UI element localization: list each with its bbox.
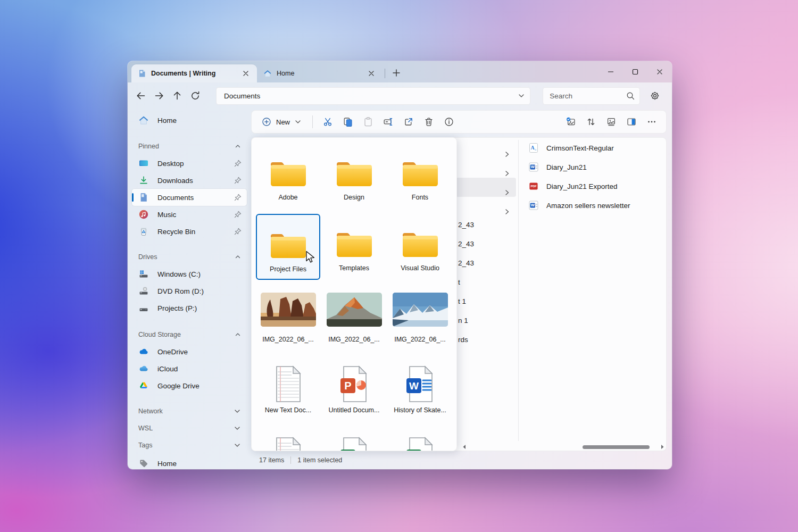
file-list-row[interactable]: 2_43 (458, 253, 517, 272)
window-controls (598, 61, 672, 82)
refresh-button[interactable] (186, 87, 204, 105)
sidebar-item-recycle-bin[interactable]: Recycle Bin (132, 223, 247, 240)
grid-item-templates[interactable]: Templates (322, 214, 386, 280)
back-button[interactable] (132, 87, 150, 105)
folder-list-row[interactable] (454, 178, 516, 197)
onedrive-icon (138, 346, 149, 357)
grid-item-clipped[interactable] (256, 427, 320, 451)
sidebar-item-documents[interactable]: Documents (132, 189, 247, 206)
sort-button[interactable] (581, 113, 601, 131)
sidebar-item-desktop[interactable]: Desktop (132, 155, 247, 172)
file-list-row[interactable]: 2_43 (458, 215, 517, 234)
copy-button[interactable] (338, 113, 358, 131)
main-area: New 2_432_432_43tt 1n 1rdsAaCrimsonText-… (251, 109, 672, 469)
up-button[interactable] (168, 87, 186, 105)
sidebar-item-onedrive[interactable]: OneDrive (132, 343, 247, 360)
address-bar[interactable]: Documents (216, 87, 530, 105)
tab-documents-writing[interactable]: Documents | Writing (131, 64, 257, 82)
tab-close-icon[interactable] (364, 66, 378, 80)
delete-button[interactable] (419, 113, 439, 131)
sidebar-section-pinned[interactable]: Pinned (132, 140, 247, 153)
grid-item-clipped[interactable]: X (322, 427, 386, 451)
sidebar-item-windows-c[interactable]: Windows (C:) (132, 265, 247, 282)
sidebar-section-cloud-storage[interactable]: Cloud Storage (132, 328, 247, 341)
chevron-right-icon[interactable] (503, 169, 511, 178)
sidebar-item-dvd-rom-d[interactable]: DVD Rom (D:) (132, 282, 247, 300)
grid-item-project-files[interactable]: Project Files (256, 214, 320, 280)
properties-button[interactable] (439, 113, 459, 131)
sidebar-item-downloads[interactable]: Downloads (132, 172, 247, 189)
grid-item-adobe[interactable]: Adobe (256, 143, 320, 209)
view-button[interactable] (601, 113, 621, 131)
forward-button[interactable] (150, 87, 168, 105)
new-button-label: New (276, 118, 290, 126)
tab-home[interactable]: Home (257, 64, 383, 82)
sidebar-item-tags-home[interactable]: Home (132, 455, 247, 469)
preview-list-item-crimsontext-regular[interactable]: AaCrimsonText-Regular (522, 138, 663, 157)
grid-item-new-text-doc[interactable]: New Text Doc... (256, 356, 320, 422)
grid-item-img-2022-06[interactable]: IMG_2022_06_... (256, 285, 320, 351)
item-label: IMG_2022_06_... (256, 336, 320, 343)
share-button[interactable] (398, 113, 419, 131)
grid-item-untitled-docum[interactable]: PUntitled Docum... (322, 356, 386, 422)
sidebar-section-network[interactable]: Network (132, 405, 247, 418)
chevron-right-icon[interactable] (503, 150, 511, 159)
preview-list-item-diary-jun21-exported[interactable]: PDFDiary_Jun21 Exported (522, 177, 663, 196)
file-list-row[interactable]: rds (458, 330, 517, 349)
grid-item-fonts[interactable]: Fonts (388, 143, 452, 209)
grid-item-visual-studio[interactable]: Visual Studio (388, 214, 452, 280)
file-list-row[interactable]: n 1 (458, 311, 517, 330)
sidebar-section-drives[interactable]: Drives (132, 251, 247, 263)
folder-list-row[interactable] (454, 197, 516, 216)
maximize-button[interactable] (623, 61, 647, 82)
sidebar-section-tags[interactable]: Tags (132, 439, 247, 452)
sidebar-section-wsl[interactable]: WSL (132, 422, 247, 435)
grid-item-history-of-skate[interactable]: WHistory of Skate... (388, 356, 452, 422)
document-icon (138, 192, 149, 203)
new-button[interactable]: New (256, 113, 307, 131)
rename-button[interactable] (378, 113, 398, 131)
sidebar-item-label: iCloud (157, 365, 243, 373)
more-button[interactable] (642, 113, 662, 131)
file-word-icon: W (405, 365, 435, 403)
scrollbar-thumb[interactable] (583, 445, 650, 449)
sidebar-item-music[interactable]: Music (132, 206, 247, 223)
paste-button[interactable] (358, 113, 378, 131)
sidebar-item-google-drive[interactable]: Google Drive (132, 377, 247, 394)
file-list-row[interactable]: 2_43 (458, 234, 517, 253)
item-art (322, 214, 386, 261)
file-list-row[interactable]: t 1 (458, 292, 517, 311)
close-button[interactable] (647, 61, 672, 82)
sidebar-item-icloud[interactable]: iCloud (132, 360, 247, 377)
scroll-right-icon[interactable] (659, 444, 666, 450)
new-tab-button[interactable] (388, 65, 404, 81)
folder-list-row[interactable] (454, 139, 516, 159)
select-items-button[interactable] (561, 113, 581, 131)
sidebar-item-projects-p[interactable]: Projects (P:) (132, 300, 247, 317)
file-list-row[interactable]: t (458, 272, 517, 292)
scrollbar-track[interactable] (468, 445, 659, 449)
scroll-left-icon[interactable] (461, 444, 468, 450)
grid-item-clipped[interactable]: X (388, 427, 452, 451)
chevron-down-icon[interactable] (517, 92, 526, 100)
minimize-button[interactable] (598, 61, 623, 82)
cut-button[interactable] (318, 113, 338, 131)
grid-item-design[interactable]: Design (322, 143, 386, 209)
item-label: New Text Doc... (256, 406, 320, 414)
horizontal-scrollbar[interactable] (461, 443, 666, 451)
sidebar-item-home[interactable]: Home (132, 112, 247, 129)
preview-pane-button[interactable] (621, 113, 642, 131)
section-title: Network (138, 408, 233, 415)
search-box[interactable] (543, 87, 640, 105)
settings-button[interactable] (645, 87, 664, 105)
tab-close-icon[interactable] (239, 66, 253, 80)
preview-list-item-diary-jun21[interactable]: WDiary_Jun21 (522, 157, 663, 177)
preview-list-item-amazon-sellers-newsletter[interactable]: WAmazon sellers newsletter (522, 196, 663, 215)
search-input[interactable] (550, 92, 626, 100)
item-label: Design (322, 194, 386, 201)
chevron-right-icon[interactable] (503, 188, 511, 197)
grid-item-img-2022-06[interactable]: IMG_2022_06_... (388, 285, 452, 351)
sidebar-item-label: DVD Rom (D:) (157, 287, 243, 295)
grid-item-img-2022-06[interactable]: IMG_2022_06_... (322, 285, 386, 351)
folder-list-row[interactable] (454, 159, 516, 178)
